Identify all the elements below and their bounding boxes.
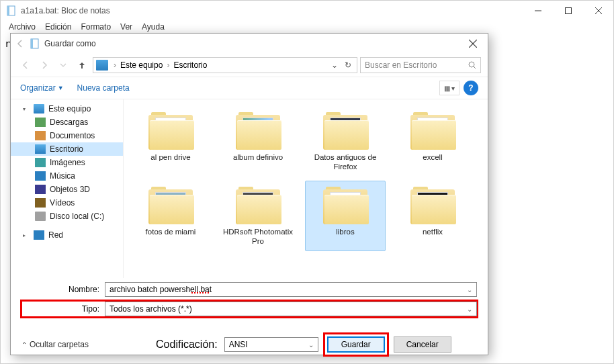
svg-rect-1	[7, 6, 9, 15]
folder-item-selected[interactable]: pdf libros	[305, 181, 386, 251]
hide-folders-button[interactable]: ⌃ Ocultar carpetas	[21, 340, 89, 349]
filetype-row-highlighted: Tipo: Todos los archivos (*.*) ⌄	[21, 301, 477, 317]
disk-icon	[35, 212, 46, 221]
refresh-button[interactable]: ↻	[342, 60, 354, 70]
svg-rect-3	[565, 8, 571, 14]
dialog-body: ▾Este equipo Descargas Documentos Escrit…	[11, 99, 488, 278]
tree-item-localdisk[interactable]: Disco local (C:)	[11, 210, 123, 223]
folder-item[interactable]: album definivo	[218, 106, 298, 177]
dialog-close-button[interactable]	[459, 35, 486, 52]
chevron-down-icon[interactable]: ⌄	[467, 286, 472, 293]
new-folder-button[interactable]: Nueva carpeta	[77, 83, 130, 93]
tree-item-network[interactable]: ▸Red	[11, 228, 123, 242]
breadcrumb-current[interactable]: Escritorio	[173, 60, 207, 70]
chevron-up-icon: ⌃	[21, 341, 27, 349]
folder-item[interactable]: excell	[392, 106, 473, 177]
dialog-navbar: › Este equipo › Escritorio ⌄ ↻ Buscar en…	[11, 54, 488, 77]
file-list[interactable]: al pen drive album definivo Datos antigu…	[124, 99, 488, 278]
tree-item-music[interactable]: Música	[11, 169, 123, 183]
tree-item-images[interactable]: Imágenes	[11, 156, 123, 169]
notepad-icon	[6, 5, 17, 16]
folder-item[interactable]: fotos de miami	[130, 181, 211, 251]
view-options-button[interactable]: ▦ ▾	[439, 81, 459, 95]
save-button[interactable]: Guardar	[327, 336, 385, 353]
help-button[interactable]: ?	[464, 81, 478, 95]
dialog-footer: ⌃ Ocultar carpetas Codificación: ANSI ⌄ …	[11, 329, 488, 355]
nav-back-button[interactable]	[17, 57, 34, 73]
menu-help[interactable]: Ayuda	[138, 21, 169, 34]
notepad-menubar: Archivo Edición Formato Ver Ayuda	[1, 21, 613, 34]
tree-item-downloads[interactable]: Descargas	[11, 116, 123, 129]
objects3d-icon	[35, 185, 46, 194]
nav-recent-button[interactable]	[55, 57, 71, 73]
network-icon	[34, 230, 44, 240]
chevron-right-icon: ›	[167, 60, 169, 70]
chevron-down-icon[interactable]: ⌄	[467, 306, 472, 313]
search-icon	[468, 61, 476, 69]
folder-tree: ▾Este equipo Descargas Documentos Escrit…	[11, 99, 124, 278]
filename-input[interactable]: archivo batch powershell.bat ⌄	[105, 282, 477, 297]
svg-line-11	[474, 66, 476, 69]
folder-item[interactable]: al pen drive	[130, 106, 211, 177]
file-dialog-icon	[30, 38, 40, 49]
breadcrumb-root[interactable]: Este equipo	[120, 60, 163, 70]
folder-item[interactable]: Datos antiguos de Firefox	[305, 106, 386, 177]
tree-item-pc[interactable]: ▾Este equipo	[11, 102, 123, 116]
notepad-window: a1a1a.bat: Bloc de notas Archivo Edición…	[0, 0, 614, 364]
menu-view[interactable]: Ver	[116, 21, 136, 34]
close-button[interactable]	[583, 1, 613, 21]
encoding-select[interactable]: ANSI ⌄	[224, 337, 318, 352]
download-icon	[35, 118, 46, 127]
svg-rect-7	[31, 39, 33, 48]
pc-icon	[96, 60, 108, 71]
chevron-right-icon: ›	[114, 60, 116, 70]
save-button-highlighted: Guardar	[325, 334, 387, 355]
folder-item[interactable]: ▮▮ netflix	[392, 181, 473, 251]
pc-icon	[34, 104, 44, 113]
search-placeholder: Buscar en Escritorio	[365, 60, 437, 70]
documents-icon	[35, 131, 46, 140]
nav-up-button[interactable]	[74, 57, 90, 73]
chevron-down-icon: ▼	[58, 85, 64, 91]
dialog-fields: Nombre: archivo batch powershell.bat ⌄ T…	[11, 278, 488, 329]
minimize-button[interactable]	[523, 1, 553, 21]
images-icon	[35, 158, 46, 167]
tree-item-3d[interactable]: Objetos 3D	[11, 183, 123, 196]
notepad-title: a1a1a.bat: Bloc de notas	[21, 6, 523, 15]
menu-format[interactable]: Formato	[77, 21, 115, 34]
chevron-down-icon[interactable]: ⌄	[308, 341, 314, 349]
maximize-button[interactable]	[553, 1, 583, 21]
svg-point-10	[469, 62, 474, 67]
dialog-back-icon	[13, 37, 27, 50]
dialog-title: Guardar como	[44, 39, 459, 48]
caret-down-icon: ▾	[23, 106, 30, 112]
menu-file[interactable]: Archivo	[5, 21, 40, 34]
nav-forward-button[interactable]	[36, 57, 52, 73]
filetype-select[interactable]: Todos los archivos (*.*) ⌄	[105, 302, 477, 316]
save-as-dialog: Guardar como › Este equipo › Escritorio …	[10, 33, 488, 355]
window-controls	[523, 1, 613, 21]
cancel-button[interactable]: Cancelar	[394, 336, 451, 353]
dialog-titlebar: Guardar como	[11, 34, 488, 54]
tree-item-videos[interactable]: Vídeos	[11, 196, 123, 210]
menu-edit[interactable]: Edición	[41, 21, 75, 34]
dialog-toolbar: Organizar▼ Nueva carpeta ▦ ▾ ?	[11, 77, 488, 99]
notepad-titlebar: a1a1a.bat: Bloc de notas	[1, 1, 613, 21]
encoding-label: Codificación:	[156, 338, 218, 351]
folder-item[interactable]: ✦ HDRsoft Photomatix Pro	[218, 181, 298, 251]
filetype-label: Tipo:	[21, 304, 105, 314]
tree-item-desktop[interactable]: Escritorio	[11, 142, 123, 156]
caret-right-icon: ▸	[23, 232, 30, 238]
organize-button[interactable]: Organizar▼	[20, 83, 64, 93]
music-icon	[35, 171, 46, 181]
videos-icon	[35, 198, 46, 208]
breadcrumb[interactable]: › Este equipo › Escritorio ⌄ ↻	[93, 57, 357, 73]
filename-label: Nombre:	[21, 285, 105, 294]
desktop-icon	[35, 144, 46, 154]
breadcrumb-dropdown[interactable]: ⌄	[328, 60, 341, 70]
search-input[interactable]: Buscar en Escritorio	[360, 57, 481, 73]
tree-item-documents[interactable]: Documentos	[11, 129, 123, 142]
